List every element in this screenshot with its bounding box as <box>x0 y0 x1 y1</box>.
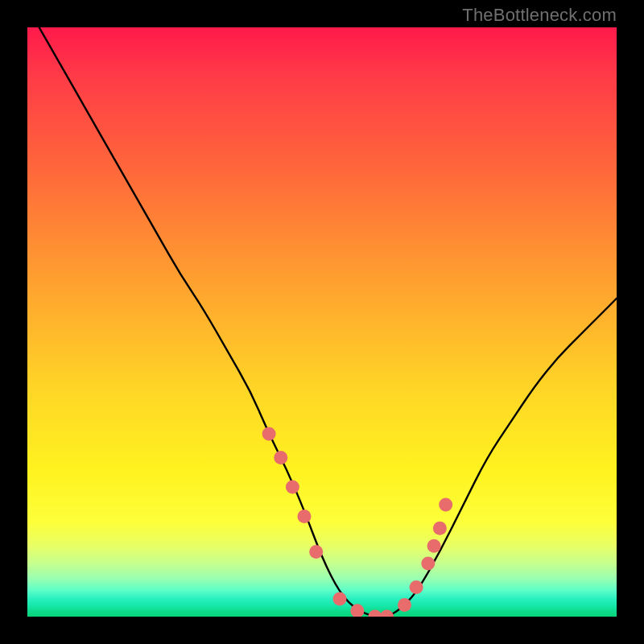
chart-svg <box>27 27 617 617</box>
attribution-label: TheBottleneck.com <box>462 5 617 26</box>
highlight-dot <box>410 580 423 594</box>
highlight-dot <box>398 598 411 612</box>
highlight-dot <box>433 522 447 535</box>
highlight-dot <box>298 510 312 523</box>
highlight-dot <box>262 427 276 441</box>
highlight-dot <box>421 557 435 571</box>
chart-plot-area <box>27 27 617 617</box>
highlight-dot <box>380 610 394 617</box>
highlight-dot <box>274 451 287 464</box>
highlight-dot <box>333 592 347 606</box>
highlight-dots-group <box>262 427 453 617</box>
highlight-dot <box>368 610 382 617</box>
highlight-dot <box>439 497 452 511</box>
highlight-dot <box>286 481 299 494</box>
highlight-dot <box>309 545 323 559</box>
highlight-dot <box>427 539 441 553</box>
bottleneck-curve <box>39 27 617 617</box>
chart-frame: TheBottleneck.com <box>0 0 644 644</box>
